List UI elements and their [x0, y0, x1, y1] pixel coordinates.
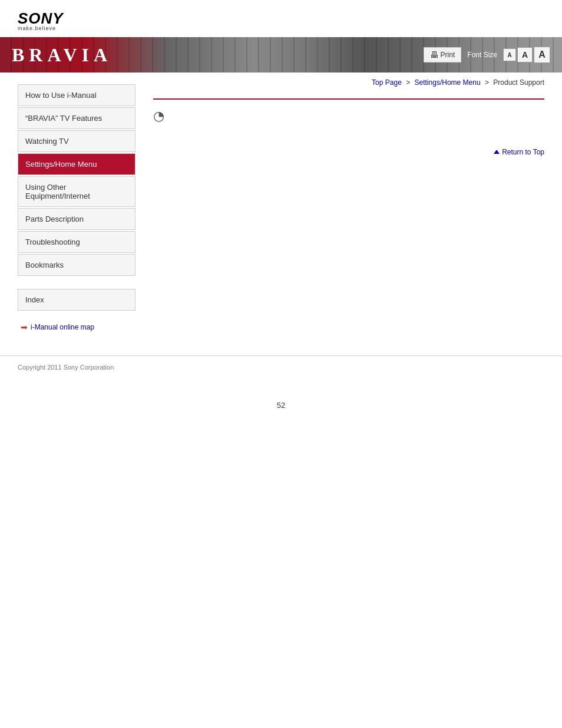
sidebar-item-bookmarks[interactable]: Bookmarks	[18, 254, 135, 276]
breadcrumb: Top Page > Settings/Home Menu > Product …	[153, 78, 544, 90]
return-to-top-label: Return to Top	[502, 148, 544, 156]
sidebar-link-parts-description[interactable]: Parts Description	[18, 209, 135, 229]
logo-area: SONY make.believe	[0, 0, 562, 37]
sidebar-link-how-to-use[interactable]: How to Use i-Manual	[18, 85, 135, 106]
breadcrumb-settings-menu[interactable]: Settings/Home Menu	[415, 78, 481, 87]
sidebar-link-index[interactable]: Index	[18, 289, 135, 310]
copyright-text: Copyright 2011 Sony Corporation	[18, 364, 114, 371]
bravia-title: BRAVIA	[12, 44, 112, 66]
sony-tagline: make.believe	[18, 26, 56, 31]
sony-logo-text: SONY	[18, 11, 64, 26]
sidebar-item-settings-home-menu[interactable]: Settings/Home Menu	[18, 153, 135, 175]
font-size-small-button[interactable]: A	[503, 48, 516, 61]
breadcrumb-top-page[interactable]: Top Page	[372, 78, 402, 87]
sidebar-item-index[interactable]: Index	[18, 289, 135, 311]
bravia-banner: BRAVIA 🖶 Print Font Size A A A	[0, 37, 562, 73]
sidebar-index-list: Index	[18, 289, 135, 311]
content-area: Top Page > Settings/Home Menu > Product …	[141, 73, 562, 344]
breadcrumb-separator-1: >	[406, 78, 410, 87]
sidebar-item-parts-description[interactable]: Parts Description	[18, 208, 135, 230]
sidebar-link-bookmarks[interactable]: Bookmarks	[18, 255, 135, 275]
font-size-large-button[interactable]: A	[534, 47, 550, 63]
sony-logo: SONY make.believe	[18, 11, 64, 31]
triangle-up-icon	[494, 150, 500, 154]
sidebar-item-troubleshooting[interactable]: Troubleshooting	[18, 231, 135, 253]
sidebar-item-watching-tv[interactable]: Watching TV	[18, 130, 135, 152]
return-to-top: Return to Top	[153, 147, 544, 156]
print-icon: 🖶	[430, 50, 438, 60]
return-to-top-link[interactable]: Return to Top	[494, 148, 544, 156]
breadcrumb-separator-2: >	[485, 78, 489, 87]
breadcrumb-current: Product Support	[493, 78, 544, 87]
sidebar-link-troubleshooting[interactable]: Troubleshooting	[18, 232, 135, 252]
sidebar-item-how-to-use[interactable]: How to Use i-Manual	[18, 84, 135, 106]
online-map-label: i-Manual online map	[31, 323, 94, 331]
arrow-right-icon: ➡	[21, 322, 28, 332]
main-layout: How to Use i-Manual “BRAVIA” TV Features…	[0, 73, 562, 344]
page-content: ◔	[153, 98, 544, 124]
font-size-controls: A A A	[503, 47, 550, 63]
font-size-medium-button[interactable]: A	[517, 47, 533, 62]
print-button[interactable]: 🖶 Print	[424, 47, 462, 62]
banner-controls: 🖶 Print Font Size A A A	[424, 47, 550, 63]
sidebar-link-using-other-equipment[interactable]: Using Other Equipment/Internet	[18, 177, 135, 206]
page-content-icon: ◔	[153, 108, 544, 124]
sidebar-nav: How to Use i-Manual “BRAVIA” TV Features…	[18, 84, 135, 277]
online-map-link[interactable]: ➡ i-Manual online map	[18, 322, 135, 332]
sidebar-link-settings-home-menu[interactable]: Settings/Home Menu	[18, 154, 135, 174]
print-label: Print	[441, 51, 455, 59]
sidebar-item-using-other-equipment[interactable]: Using Other Equipment/Internet	[18, 176, 135, 207]
font-size-label: Font Size	[467, 51, 497, 59]
sidebar: How to Use i-Manual “BRAVIA” TV Features…	[0, 73, 141, 344]
page-number: 52	[0, 389, 562, 416]
footer-divider	[0, 355, 562, 356]
sidebar-item-bravia-features[interactable]: “BRAVIA” TV Features	[18, 107, 135, 129]
sidebar-link-bravia-features[interactable]: “BRAVIA” TV Features	[18, 108, 135, 129]
sidebar-link-watching-tv[interactable]: Watching TV	[18, 131, 135, 151]
footer: Copyright 2011 Sony Corporation	[0, 362, 562, 389]
